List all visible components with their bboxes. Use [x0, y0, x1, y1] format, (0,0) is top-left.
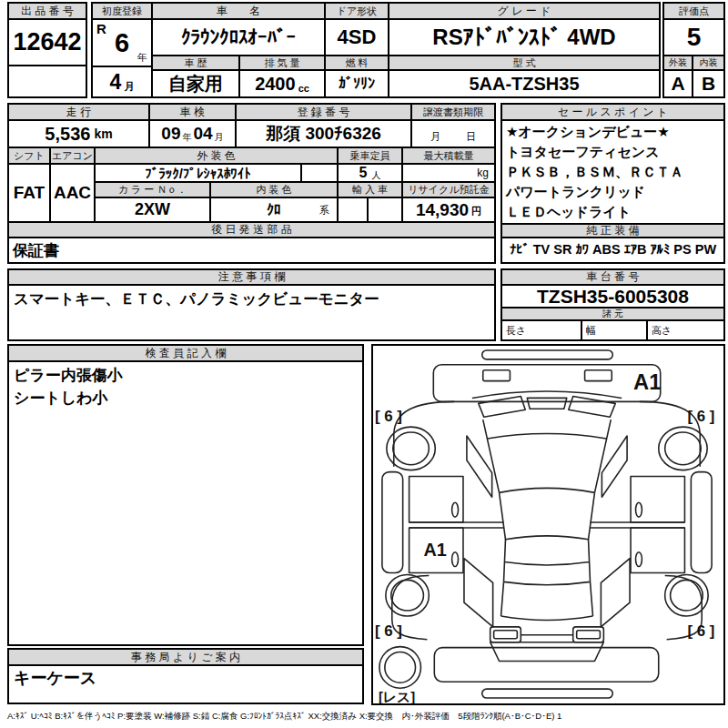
door-shape-value: 4SD: [326, 20, 389, 56]
exterior-color-empty-cell: [302, 165, 339, 183]
front-door-left: [410, 477, 463, 522]
windshield: [500, 488, 595, 539]
damage-code-legend: A:ｷｽﾞ U:ﾍｺﾐ B:ｷｽﾞを伴うﾍｺﾐ P:要塗装 W:補修跡 S:錆 …: [7, 711, 725, 723]
rear-lip: [482, 689, 613, 698]
recycle-deposit-unit: 円: [471, 205, 481, 221]
door-handle-front-right: [636, 502, 642, 517]
mileage-cell: 5,536 km: [9, 121, 150, 148]
import-car-cell-2: [369, 198, 403, 223]
model-code-value: 5AA-TZSH35: [389, 71, 659, 96]
c-pillar-left: [464, 559, 493, 627]
exterior-color-label: 外 装 色: [96, 148, 339, 165]
first-reg-month-cell: 4 月: [93, 67, 153, 96]
first-reg-year-cell: R 6 年: [93, 20, 153, 67]
recycle-deposit-value: 14,930: [416, 200, 469, 220]
front-grille: [527, 398, 567, 409]
notes-value: スマートキー、ＥＴＣ、パノラミックビューモニター: [9, 286, 494, 313]
shaken-year: 09: [161, 124, 180, 144]
first-reg-year: 6: [115, 28, 129, 58]
displacement-label: 排 気 量: [240, 56, 326, 71]
office-notice-value: キーケース: [9, 666, 362, 690]
aircon-label: エアコン: [51, 148, 96, 165]
c-pillar-right: [601, 559, 630, 627]
grade-value: RSｱﾄﾞﾊﾞﾝｽﾄﾞ 4WD: [389, 20, 659, 56]
lot-number-label: 出 品 番 号: [9, 4, 86, 20]
sales-point-line: パワートランクリッド: [506, 182, 720, 202]
sales-points-box: セ ー ル ス ポ イ ン ト ★オークションデビュー★ トヨタセーフティセンス…: [500, 103, 725, 264]
lot-number-empty-cell: [9, 66, 86, 96]
max-load-unit: kg: [477, 167, 489, 179]
tire-grade-front-left: [ 6 ]: [375, 408, 402, 425]
capacity-value: 5: [359, 165, 368, 181]
front-bumper: [433, 365, 660, 402]
capacity-unit: 人: [371, 169, 380, 182]
damage-label-a1-roof: A1: [633, 369, 661, 394]
hood-front-edge: [472, 391, 622, 398]
spec-height-label: 高さ: [648, 321, 723, 339]
spare-tire-label: [レス]: [379, 690, 415, 703]
interior-color-value: ｸﾛ: [267, 202, 281, 218]
tail-lamp-right-inner: [577, 631, 601, 639]
import-car-label: 輸 入 車: [339, 183, 403, 198]
interior-color-cell: ｸﾛ 系: [211, 198, 339, 223]
sales-point-line: トヨタセーフティセンス: [506, 142, 720, 162]
transfer-deadline-cell: 月 日: [412, 121, 494, 148]
reg-number-value: 那須 300ﾁ6326: [237, 121, 412, 148]
car-diagram-box: A1 A1 [ 6 ] [ 6 ] [ 6 ] [ 6 ] [レス]: [371, 344, 725, 705]
history-value: 自家用: [153, 71, 240, 96]
chassis-number-value: TZSH35-6005308: [502, 286, 723, 308]
fuel-label: 燃 料: [326, 56, 389, 71]
tire-grade-front-right: [ 6 ]: [687, 408, 714, 425]
tire-grade-rear-right: [ 6 ]: [687, 622, 714, 640]
door-handle-front-left: [452, 502, 459, 517]
import-car-cell-1: [339, 198, 369, 223]
roof: [504, 540, 591, 585]
spec-width-label: 幅: [582, 321, 648, 339]
later-parts-label: 後 日 発 送 部 品: [9, 223, 494, 238]
sales-point-line: ★オークションデビュー★: [506, 122, 720, 142]
first-reg-month: 4: [110, 70, 122, 95]
transfer-month-unit: 月: [430, 130, 440, 147]
front-left-wheel-inner: [393, 432, 430, 465]
sales-points-list: ★オークションデビュー★ トヨタセーフティセンス ＰＫＳＢ，ＢＳＭ、ＲＣＴＡ パ…: [502, 121, 723, 223]
score-label: 評価点: [664, 4, 723, 20]
car-diagram: A1 A1 [ 6 ] [ 6 ] [ 6 ] [ 6 ] [レス]: [373, 346, 723, 703]
sales-point-line: ＰＫＳＢ，ＢＳＭ、ＲＣＴＡ: [506, 162, 720, 182]
interior-score-label: 内装: [693, 56, 723, 71]
spare-tire-inner: [385, 652, 416, 683]
rear-bumper: [434, 648, 658, 682]
chassis-number-label: 車 台 番 号: [502, 270, 723, 286]
transfer-deadline-label: 譲渡書類期限: [412, 105, 494, 121]
lot-number-box: 出 品 番 号 12642: [7, 2, 87, 98]
front-lip: [482, 350, 613, 359]
door-handle-rear-right: [636, 552, 642, 567]
recycle-deposit-label: リサイクル預託金: [403, 183, 494, 198]
spec-label: 諸 元: [502, 308, 723, 321]
tail-lamp-left-inner: [494, 631, 518, 639]
spec-length-label: 長さ: [502, 321, 582, 339]
history-label: 車 歴: [153, 56, 240, 71]
color-no-value: 2XW: [96, 198, 211, 223]
inspector-note-line: シートしわ小: [14, 387, 358, 410]
headlight-right: [569, 396, 615, 417]
shift-label: シフト: [9, 148, 51, 165]
inspector-note-line: ピラー内張傷小: [14, 364, 358, 387]
rocker-right: [691, 472, 712, 573]
front-sensor-right: [585, 370, 612, 381]
office-notice-label: 事 務 局 よ り ご 案 内: [9, 650, 362, 666]
fuel-value: ｶﾞｿﾘﾝ: [326, 71, 389, 96]
later-parts-value: 保証書: [9, 238, 494, 262]
damage-label-a1-door: A1: [423, 540, 446, 560]
exterior-score-value: A: [664, 71, 693, 96]
interior-color-label: 内 装 色: [211, 183, 339, 198]
lot-number-value: 12642: [9, 20, 86, 66]
notes-box: 注 意 事 項 欄 スマートキー、ＥＴＣ、パノラミックビューモニター: [7, 268, 496, 341]
model-code-label: 型 式: [389, 56, 659, 71]
front-right-wheel-inner: [665, 432, 702, 465]
first-reg-era: R: [96, 21, 106, 36]
rocker-left: [382, 472, 403, 573]
sales-points-label: セ ー ル ス ポ イ ン ト: [502, 105, 723, 121]
window-line: [410, 522, 685, 528]
shaken-year-unit: 年: [183, 131, 192, 144]
shaken-cell: 09 年 04 月: [150, 121, 237, 148]
